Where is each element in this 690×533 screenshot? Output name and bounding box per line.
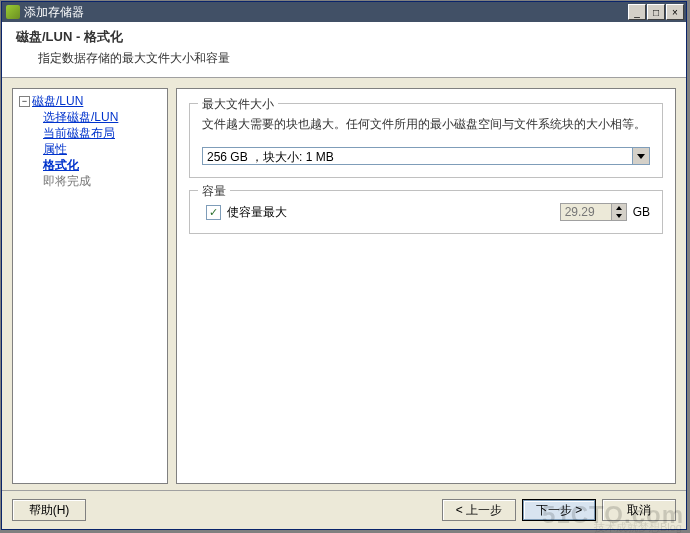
maximize-capacity-label: 使容量最大 bbox=[227, 204, 287, 221]
capacity-row: ✓ 使容量最大 GB bbox=[202, 203, 650, 221]
footer-bar: 帮助(H) < 上一步 下一步 > 取消 bbox=[2, 490, 686, 529]
legend-capacity: 容量 bbox=[198, 183, 230, 200]
fieldset-max-file-size: 最大文件大小 文件越大需要的块也越大。任何文件所用的最小磁盘空间与文件系统块的大… bbox=[189, 103, 663, 178]
back-button[interactable]: < 上一步 bbox=[442, 499, 516, 521]
minimize-button[interactable]: _ bbox=[628, 4, 646, 20]
capacity-size-spinner[interactable] bbox=[560, 203, 627, 221]
nav-root[interactable]: − 磁盘/LUN bbox=[19, 93, 161, 109]
wizard-nav: − 磁盘/LUN 选择磁盘/LUN 当前磁盘布局 属性 格式化 即将完成 bbox=[12, 88, 168, 484]
nav-item-format[interactable]: 格式化 bbox=[19, 157, 161, 173]
close-button[interactable]: × bbox=[666, 4, 684, 20]
capacity-left: ✓ 使容量最大 bbox=[202, 204, 287, 221]
capacity-size-input bbox=[561, 204, 611, 220]
tree-collapse-icon[interactable]: − bbox=[19, 96, 30, 107]
body-row: − 磁盘/LUN 选择磁盘/LUN 当前磁盘布局 属性 格式化 即将完成 最大文… bbox=[2, 78, 686, 490]
titlebar: 添加存储器 _ □ × bbox=[2, 2, 686, 22]
spinner-up-button[interactable] bbox=[611, 204, 626, 212]
spinner-buttons bbox=[611, 204, 626, 220]
nav-item-ready: 即将完成 bbox=[19, 173, 161, 189]
chevron-up-icon bbox=[616, 206, 622, 210]
dropdown-button[interactable] bbox=[632, 148, 649, 164]
titlebar-left: 添加存储器 bbox=[6, 4, 84, 21]
nav-item-select-disk[interactable]: 选择磁盘/LUN bbox=[19, 109, 161, 125]
spinner-down-button[interactable] bbox=[611, 212, 626, 220]
maximize-button[interactable]: □ bbox=[647, 4, 665, 20]
block-size-value: 256 GB ，块大小: 1 MB bbox=[203, 148, 632, 164]
chevron-down-icon bbox=[637, 154, 645, 159]
chevron-down-icon bbox=[616, 214, 622, 218]
capacity-right: GB bbox=[560, 203, 650, 221]
cancel-button[interactable]: 取消 bbox=[602, 499, 676, 521]
max-file-desc: 文件越大需要的块也越大。任何文件所用的最小磁盘空间与文件系统块的大小相等。 bbox=[202, 116, 650, 133]
legend-max-file-size: 最大文件大小 bbox=[198, 96, 278, 113]
footer-right: < 上一步 下一步 > 取消 bbox=[442, 499, 676, 521]
dialog-window: 添加存储器 _ □ × 磁盘/LUN - 格式化 指定数据存储的最大文件大小和容… bbox=[1, 1, 687, 530]
header-strip: 磁盘/LUN - 格式化 指定数据存储的最大文件大小和容量 bbox=[2, 22, 686, 78]
nav-item-current-layout[interactable]: 当前磁盘布局 bbox=[19, 125, 161, 141]
help-button[interactable]: 帮助(H) bbox=[12, 499, 86, 521]
fieldset-capacity: 容量 ✓ 使容量最大 GB bbox=[189, 190, 663, 234]
nav-item-properties[interactable]: 属性 bbox=[19, 141, 161, 157]
window-title: 添加存储器 bbox=[24, 4, 84, 21]
page-title: 磁盘/LUN - 格式化 bbox=[16, 28, 672, 46]
next-button[interactable]: 下一步 > bbox=[522, 499, 596, 521]
capacity-size-unit: GB bbox=[633, 205, 650, 219]
page-subtitle: 指定数据存储的最大文件大小和容量 bbox=[16, 50, 672, 67]
window-controls: _ □ × bbox=[628, 4, 684, 20]
block-size-dropdown[interactable]: 256 GB ，块大小: 1 MB bbox=[202, 147, 650, 165]
nav-root-link[interactable]: 磁盘/LUN bbox=[32, 93, 83, 109]
app-icon bbox=[6, 5, 20, 19]
maximize-capacity-checkbox[interactable]: ✓ bbox=[206, 205, 221, 220]
footer-left: 帮助(H) bbox=[12, 499, 86, 521]
content-panel: 最大文件大小 文件越大需要的块也越大。任何文件所用的最小磁盘空间与文件系统块的大… bbox=[176, 88, 676, 484]
